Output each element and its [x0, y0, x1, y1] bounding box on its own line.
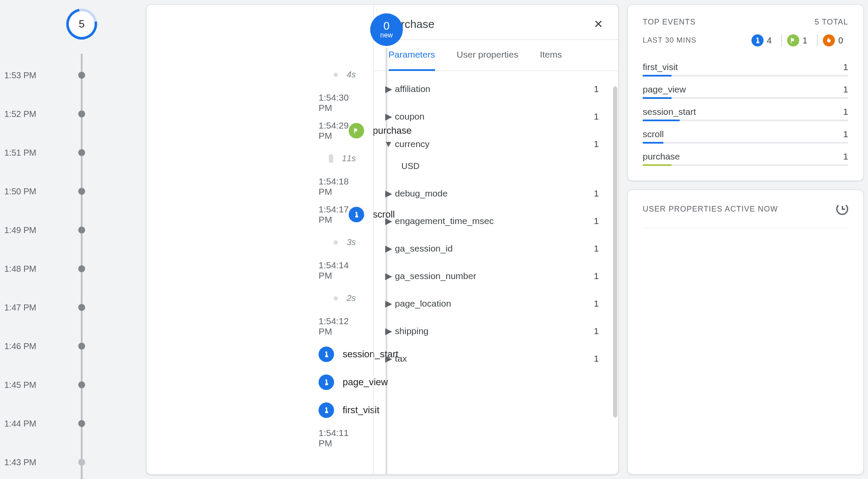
chevron-down-icon: ▼ [382, 139, 395, 149]
minute-row[interactable]: 1:47 PM [4, 288, 138, 327]
close-icon[interactable]: ✕ [594, 18, 603, 31]
top-event-bar-fill [643, 120, 680, 121]
stream-row[interactable]: page_view [168, 368, 356, 396]
user-props-card: USER PROPERTIES ACTIVE NOW [627, 190, 864, 475]
minute-row[interactable]: 1:48 PM [4, 249, 138, 288]
stream-row[interactable]: first_visit [168, 396, 356, 424]
minute-dot-icon [78, 72, 85, 79]
svg-point-3 [325, 407, 328, 409]
minute-head-badge[interactable]: 5 [66, 9, 97, 40]
minute-dot-icon [78, 188, 85, 195]
parameter-list[interactable]: ▶ affiliation 1 ▶ coupon 1 ▼ currency 1 … [374, 71, 618, 377]
top-events-subheading: LAST 30 MINS [643, 36, 696, 45]
event-time: 1:54:17 PM [168, 204, 349, 225]
param-count: 1 [594, 216, 599, 226]
chip-count: 4 [767, 36, 772, 46]
stream-head-badge[interactable]: 0 new [370, 13, 403, 46]
event-time: 1:54:30 PM [168, 92, 349, 113]
param-count: 1 [594, 326, 599, 336]
event-type-chip[interactable]: 4 [751, 34, 777, 46]
event-type-chip[interactable]: 1 [781, 34, 813, 46]
top-event-row[interactable]: purchase 1 [643, 145, 848, 166]
param-row[interactable]: ▶ engagement_time_msec 1 [374, 207, 618, 235]
param-row[interactable]: ▶ coupon 1 [374, 103, 618, 130]
minute-row[interactable]: 1:46 PM [4, 327, 138, 365]
flag-icon [787, 34, 799, 46]
stream-row[interactable]: session_start [168, 340, 356, 368]
param-row[interactable]: ▶ page_location 1 [374, 290, 618, 317]
panel-tabs: ParametersUser propertiesItems [374, 40, 618, 71]
param-row[interactable]: ▶ ga_session_number 1 [374, 262, 618, 290]
minute-row[interactable]: 1:49 PM [4, 211, 138, 249]
stream-row[interactable]: 3s [168, 228, 356, 256]
tab-parameters[interactable]: Parameters [389, 40, 436, 71]
minute-dot-icon [78, 265, 85, 272]
param-name: ga_session_id [395, 243, 594, 254]
minute-row[interactable]: 1:50 PM [4, 172, 138, 211]
param-row[interactable]: ▶ debug_mode 1 [374, 180, 618, 207]
minute-label: 1:43 PM [4, 458, 64, 467]
stream-row[interactable]: 4s [168, 61, 356, 89]
minute-row[interactable]: 1:44 PM [4, 404, 138, 443]
stream-row[interactable]: 1:54:18 PM [168, 172, 356, 200]
minute-dot-icon [78, 343, 85, 350]
scrollbar-thumb[interactable] [613, 86, 617, 418]
stream-row[interactable]: 1:54:17 PM scroll [168, 200, 356, 228]
chevron-right-icon: ▶ [382, 326, 395, 336]
event-type-chips: 4 1 0 [751, 34, 848, 46]
top-event-row[interactable]: first_visit 1 [643, 56, 848, 77]
top-event-bar [643, 120, 848, 121]
minute-label: 1:53 PM [4, 71, 64, 80]
top-event-bar [643, 164, 848, 166]
tab-items[interactable]: Items [540, 40, 562, 71]
event-type-chip[interactable]: 0 [817, 34, 848, 46]
top-event-name: first_visit [643, 62, 678, 72]
center-card: 0 new 4s 1:54:30 PM 1:54:29 PM purchase … [146, 4, 619, 475]
top-event-bar [643, 75, 848, 77]
event-time: 1:54:29 PM [168, 120, 349, 141]
gap-bar-icon [329, 154, 333, 163]
stream-row[interactable]: 2s [168, 284, 356, 312]
history-icon[interactable] [836, 203, 848, 215]
param-count: 1 [594, 271, 599, 281]
top-event-row[interactable]: page_view 1 [643, 78, 848, 99]
stream-row[interactable]: 1:54:11 PM [168, 424, 356, 452]
stream-row[interactable]: 11s [168, 144, 356, 172]
param-name: affiliation [395, 84, 594, 94]
param-row[interactable]: ▼ currency 1 [374, 130, 618, 158]
param-row[interactable]: ▶ ga_session_id 1 [374, 235, 618, 262]
param-name: page_location [395, 298, 594, 309]
stream-head-count: 0 [383, 20, 390, 31]
chevron-right-icon: ▶ [382, 111, 395, 122]
param-row[interactable]: ▶ shipping 1 [374, 317, 618, 345]
top-event-row[interactable]: scroll 1 [643, 123, 848, 144]
touch-icon [751, 34, 764, 46]
param-count: 1 [594, 84, 599, 94]
top-event-row[interactable]: session_start 1 [643, 101, 848, 121]
minute-row[interactable]: 1:52 PM [4, 95, 138, 133]
chevron-right-icon: ▶ [382, 188, 395, 199]
progress-ring-icon [60, 3, 103, 46]
svg-point-1 [325, 351, 328, 353]
minute-row[interactable]: 1:53 PM [4, 56, 138, 95]
tab-user properties[interactable]: User properties [457, 40, 518, 71]
minute-row[interactable]: 1:45 PM [4, 365, 138, 404]
minute-row[interactable]: 1:43 PM [4, 443, 138, 479]
minute-label: 1:47 PM [4, 303, 64, 313]
param-name: coupon [395, 111, 594, 122]
top-event-bar-fill [643, 97, 672, 99]
stream-row[interactable]: 1:54:12 PM [168, 312, 356, 340]
param-row[interactable]: ▶ tax 1 [374, 345, 618, 372]
minute-row[interactable]: 1:51 PM [4, 133, 138, 172]
user-props-heading: USER PROPERTIES ACTIVE NOW [643, 205, 778, 214]
stream-row[interactable]: 1:54:14 PM [168, 256, 356, 284]
top-event-bar [643, 142, 848, 144]
param-name: ga_session_number [395, 271, 594, 281]
gap-duration: 11s [333, 154, 356, 163]
param-count: 1 [594, 298, 599, 309]
param-count: 1 [594, 243, 599, 254]
top-event-name: scroll [643, 129, 664, 139]
stream-row[interactable]: 1:54:29 PM purchase [168, 117, 356, 144]
stream-row[interactable]: 1:54:30 PM [168, 89, 356, 117]
param-row[interactable]: ▶ affiliation 1 [374, 75, 618, 103]
